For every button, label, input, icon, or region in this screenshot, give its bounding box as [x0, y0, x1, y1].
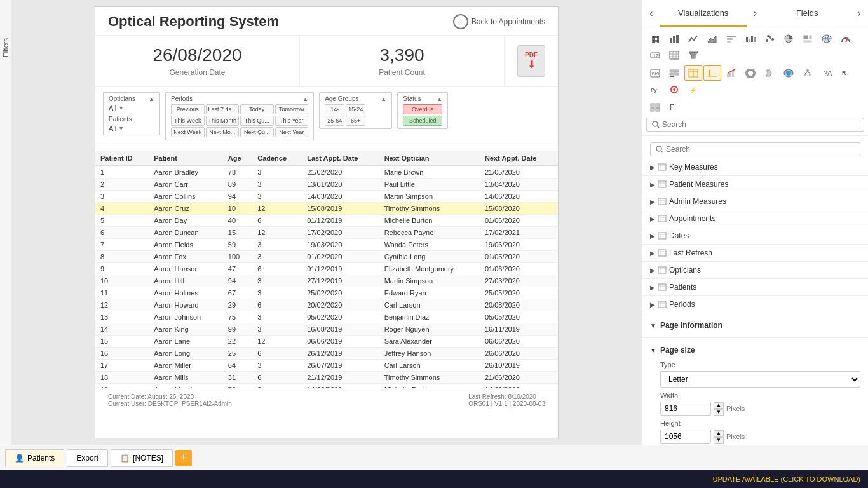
- viz-treemap[interactable]: [799, 31, 817, 46]
- viz-bar-chart[interactable]: [665, 31, 683, 46]
- age-15-24[interactable]: 15-24: [346, 104, 365, 114]
- viz-waterfall[interactable]: [742, 31, 759, 46]
- status-scheduled[interactable]: Scheduled: [403, 116, 442, 126]
- fields-section-header[interactable]: ▶ Dates: [642, 227, 868, 244]
- panel-prev-button[interactable]: ‹: [642, 0, 660, 27]
- fields-section-header[interactable]: ▶ Appointments: [642, 210, 868, 227]
- status-bar[interactable]: UPDATE AVAILABLE (CLICK TO DOWNLOAD): [0, 470, 868, 488]
- table-row[interactable]: 6 Aaron Duncan 15 12 17/02/2020 Rebecca …: [95, 227, 558, 239]
- age-under14[interactable]: 14-: [325, 104, 344, 114]
- tab-patients[interactable]: 👤 Patients: [5, 449, 64, 467]
- page-type-select[interactable]: Letter A4 Custom: [660, 371, 860, 388]
- fields-search-input[interactable]: [666, 145, 855, 154]
- period-nextquarter[interactable]: Next Qu...: [240, 127, 274, 137]
- table-row[interactable]: 19 Aaron Morales 73 3 14/03/2020 Michell…: [95, 384, 558, 388]
- width-input[interactable]: [660, 402, 711, 416]
- viz-stacked-bar[interactable]: ▦: [646, 31, 664, 46]
- fields-section-header[interactable]: ▶ Key Measures: [642, 159, 868, 175]
- pdf-export-box[interactable]: PDF ⬇: [505, 36, 558, 86]
- table-row[interactable]: 1 Aaron Bradley 78 3 21/02/2020 Marie Br…: [95, 166, 558, 179]
- viz-arcgis[interactable]: [665, 82, 683, 97]
- period-previous[interactable]: Previous: [171, 104, 205, 114]
- period-thisyear[interactable]: This Year: [275, 116, 309, 126]
- viz-slicer[interactable]: [665, 65, 683, 81]
- period-today[interactable]: Today: [240, 104, 274, 114]
- table-row[interactable]: 15 Aaron Lane 22 12 06/06/2019 Sara Alex…: [95, 336, 558, 348]
- fields-section-header[interactable]: ▶ Last Refresh: [642, 245, 868, 261]
- viz-text-icon[interactable]: F: [665, 100, 683, 115]
- fields-section-header[interactable]: ▶ Patient Measures: [642, 176, 868, 193]
- period-thisquarter[interactable]: This Qu...: [240, 116, 274, 126]
- viz-line-chart[interactable]: [684, 31, 702, 46]
- table-row[interactable]: 17 Aaron Miller 64 3 26/07/2019 Carl Lar…: [95, 360, 558, 372]
- age-65plus[interactable]: 65+: [346, 116, 365, 126]
- height-up-button[interactable]: ▲: [714, 430, 724, 437]
- fields-section-header[interactable]: ▶ Opticians: [642, 262, 868, 278]
- period-last7[interactable]: Last 7 da...: [206, 104, 240, 114]
- viz-funnel[interactable]: [684, 48, 702, 63]
- viz-card[interactable]: 123: [646, 48, 664, 63]
- table-row[interactable]: 3 Aaron Collins 94 3 14/03/2020 Martin S…: [95, 191, 558, 203]
- viz-kpi[interactable]: KPI: [646, 65, 664, 81]
- viz-bar-vert[interactable]: [703, 65, 721, 81]
- viz-pie[interactable]: [780, 31, 797, 46]
- age-25-64[interactable]: 25-64: [325, 116, 344, 126]
- viz-poweraps[interactable]: ⚡: [684, 82, 702, 97]
- table-row[interactable]: 2 Aaron Carr 89 3 13/01/2020 Paul Little…: [95, 179, 558, 191]
- page-size-header[interactable]: ▼ Page size: [650, 343, 860, 357]
- viz-scatter[interactable]: [761, 31, 778, 46]
- add-tab-button[interactable]: +: [175, 450, 192, 466]
- table-row[interactable]: 12 Aaron Howard 29 6 20/02/2020 Carl Lar…: [95, 299, 558, 311]
- viz-qna[interactable]: ?A: [818, 65, 836, 81]
- page-info-header[interactable]: ▼ Page information: [650, 318, 860, 332]
- period-thisweek[interactable]: This Week: [171, 116, 205, 126]
- table-row[interactable]: 11 Aaron Holmes 67 3 25/02/2020 Edward R…: [95, 287, 558, 299]
- height-down-button[interactable]: ▼: [714, 437, 724, 444]
- opticians-filter[interactable]: Opticians ▲ All ▼ Patients All: [103, 92, 160, 135]
- tab-notes[interactable]: 📋 [NOTES]: [111, 449, 173, 467]
- viz-ribbon[interactable]: [722, 31, 740, 46]
- table-row[interactable]: 8 Aaron Fox 100 3 01/02/2020 Cynthia Lon…: [95, 251, 558, 263]
- viz-matrix[interactable]: [665, 48, 683, 63]
- viz-filled-map[interactable]: [780, 65, 797, 81]
- table-row[interactable]: 18 Aaron Mills 31 6 21/12/2019 Timothy S…: [95, 372, 558, 384]
- table-row[interactable]: 10 Aaron Hill 94 3 27/12/2019 Martin Sim…: [95, 275, 558, 287]
- viz-area-chart[interactable]: [703, 31, 721, 46]
- viz-python[interactable]: Py: [646, 82, 664, 97]
- patients-select[interactable]: All ▼: [109, 125, 154, 132]
- tab-visualizations[interactable]: Visualizations: [660, 1, 747, 27]
- table-row[interactable]: 14 Aaron King 99 3 16/08/2019 Roger Nguy…: [95, 323, 558, 336]
- table-row[interactable]: 13 Aaron Johnson 75 3 05/02/2020 Benjami…: [95, 311, 558, 323]
- viz-search-box[interactable]: [646, 118, 864, 132]
- fields-section-header[interactable]: ▶ Patients: [642, 279, 868, 295]
- panel-next-button[interactable]: ›: [747, 0, 764, 27]
- viz-combo[interactable]: [722, 65, 740, 81]
- back-to-appointments-button[interactable]: ← Back to Appointments: [453, 14, 545, 29]
- width-down-button[interactable]: ▼: [714, 409, 724, 416]
- table-row[interactable]: 4 Aaron Cruz 10 12 15/08/2019 Timothy Si…: [95, 203, 558, 215]
- tab-export[interactable]: Export: [67, 449, 108, 467]
- viz-grid-icon[interactable]: [646, 100, 664, 115]
- height-input[interactable]: [660, 430, 711, 444]
- viz-map[interactable]: [818, 31, 836, 46]
- opticians-select[interactable]: All ▼: [109, 104, 154, 112]
- fields-section-header[interactable]: ▶ Periods: [642, 296, 868, 313]
- tab-fields[interactable]: Fields: [764, 1, 851, 27]
- table-row[interactable]: 9 Aaron Hanson 47 6 01/12/2019 Elizabeth…: [95, 263, 558, 275]
- table-row[interactable]: 16 Aaron Long 25 6 26/12/2019 Jeffrey Ha…: [95, 348, 558, 360]
- period-nextmonth[interactable]: Next Mo...: [206, 127, 240, 137]
- width-up-button[interactable]: ▲: [714, 402, 724, 409]
- period-tomorrow[interactable]: Tomorrow: [275, 104, 309, 114]
- fields-section-header[interactable]: ▶ Admin Measures: [642, 193, 868, 210]
- viz-table[interactable]: [684, 65, 702, 81]
- panel-close-button[interactable]: ›: [850, 0, 868, 27]
- table-row[interactable]: 7 Aaron Fields 59 3 19/03/2020 Wanda Pet…: [95, 239, 558, 251]
- viz-search-input[interactable]: [662, 120, 858, 129]
- viz-smart[interactable]: R: [837, 65, 855, 81]
- viz-donut[interactable]: [742, 65, 759, 81]
- viz-ribbon2[interactable]: [761, 65, 778, 81]
- period-nextweek[interactable]: Next Week: [171, 127, 205, 137]
- status-overdue[interactable]: Overdue: [403, 104, 442, 114]
- table-row[interactable]: 5 Aaron Day 40 6 01/12/2019 Michelle Bur…: [95, 215, 558, 227]
- viz-gauge[interactable]: [837, 31, 855, 46]
